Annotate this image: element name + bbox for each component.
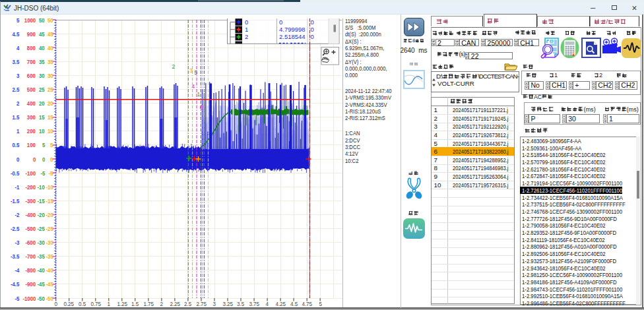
svg-text:1: 1 xyxy=(197,91,201,98)
svg-text:3: 3 xyxy=(189,67,193,74)
svg-text:4: 4 xyxy=(192,83,195,90)
svg-text:5: 5 xyxy=(195,69,198,76)
svg-text:0: 0 xyxy=(311,18,314,26)
svg-text:0: 0 xyxy=(245,18,248,26)
svg-text:0: 0 xyxy=(311,26,314,33)
svg-text:2.518544: 2.518544 xyxy=(279,33,306,40)
svg-text:4.799998: 4.799998 xyxy=(279,26,306,33)
svg-text:1: 1 xyxy=(245,26,248,33)
svg-text:6: 6 xyxy=(200,104,203,111)
svg-text:0: 0 xyxy=(311,33,314,40)
svg-text:0: 0 xyxy=(279,18,282,26)
svg-text:2: 2 xyxy=(245,33,248,40)
svg-text:2: 2 xyxy=(172,63,176,70)
